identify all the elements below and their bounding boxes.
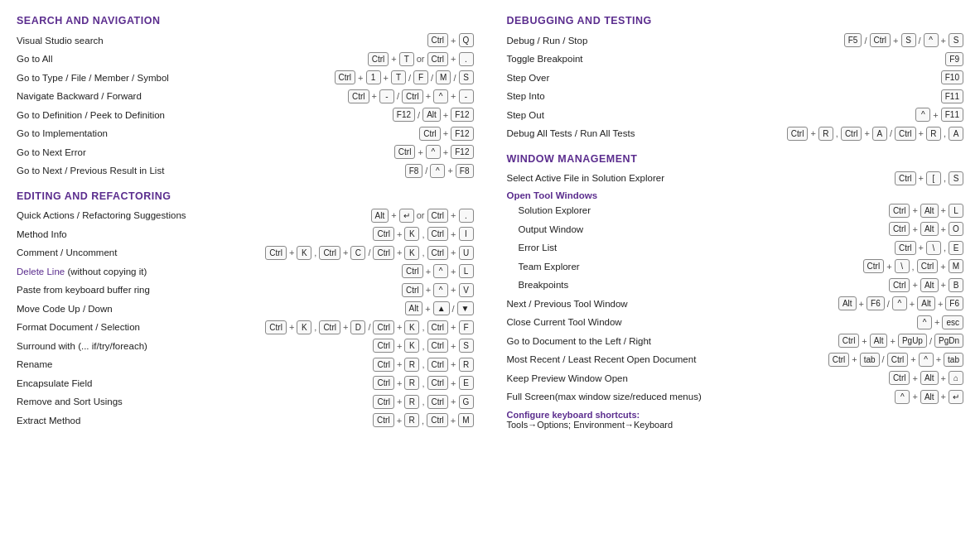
keys-move-code: Alt+▲ / ▼ [113, 301, 474, 315]
keys-select-active-file: Ctrl+[ , S [664, 171, 963, 185]
label-team-explorer: Team Explorer [519, 262, 580, 272]
keys-navigate-bf: Ctrl+- / Ctrl+^+- [142, 89, 474, 103]
row-keep-preview: Keep Preview Window Open Ctrl+Alt+⌂ [507, 370, 964, 386]
keys-goto-type: Ctrl+1+T/F/M/S [169, 70, 474, 84]
row-format: Format Document / Selection Ctrl+K , Ctr… [17, 320, 474, 335]
label-step-out: Step Out [507, 110, 544, 120]
label-error-list: Error List [519, 243, 558, 252]
key-q: Q [459, 33, 474, 47]
keys-breakpoints: Ctrl+Alt+B [568, 278, 963, 292]
row-debug-all-tests: Debug All Tests / Run All Tests Ctrl+R ,… [507, 126, 964, 142]
label-vs-search: Visual Studio search [17, 36, 104, 46]
label-encapsulate: Encapsulate Field [17, 378, 92, 388]
window-management-section: WINDOW MANAGEMENT Select Active File in … [507, 153, 964, 430]
keys-toggle-bp: F9 [583, 52, 963, 66]
left-column: SEARCH AND NAVIGATION Visual Studio sear… [17, 15, 474, 538]
right-column: DEBUGGING AND TESTING Debug / Run / Stop… [507, 15, 964, 538]
label-move-code: Move Code Up / Down [17, 304, 113, 314]
keys-goto-doc-lr: Ctrl+Alt+PgUp / PgDn [651, 334, 963, 348]
configure-text: Tools→Options; Environment→Keyboard [507, 420, 673, 430]
row-breakpoints: Breakpoints Ctrl+Alt+B [507, 277, 964, 293]
row-step-into: Step Into F11 [507, 89, 964, 104]
row-goto-impl: Go to Implementation Ctrl+F12 [17, 126, 474, 142]
key-ctrl: Ctrl [427, 33, 449, 47]
row-output-window: Output Window Ctrl+Alt+O [507, 221, 964, 237]
row-comment: Comment / Uncomment Ctrl+K , Ctrl+C / Ct… [17, 245, 474, 261]
label-goto-all: Go to All [17, 54, 52, 64]
row-goto-nexterr: Go to Next Error Ctrl+^+F12 [17, 144, 474, 160]
label-delete-line: Delete Line (without copying it) [17, 267, 147, 276]
section-title-debug: DEBUGGING AND TESTING [507, 15, 964, 26]
label-quick-actions: Quick Actions / Refactoring Suggestions [17, 210, 186, 220]
row-step-over: Step Over F10 [507, 70, 964, 85]
row-surround: Surround with (... if/try/foreach) Ctrl+… [17, 338, 474, 353]
label-keep-preview: Keep Preview Window Open [507, 373, 628, 383]
row-quick-actions: Quick Actions / Refactoring Suggestions … [17, 208, 474, 224]
label-next-prev-toolwin: Next / Previous Tool Window [507, 299, 628, 309]
row-move-code: Move Code Up / Down Alt+▲ / ▼ [17, 301, 474, 316]
row-extract-method: Extract Method Ctrl+R , Ctrl+M [17, 412, 474, 428]
keys-goto-def: F12 / Alt+F12 [165, 108, 474, 122]
keys-format: Ctrl+K , Ctrl+D / Ctrl+K , Ctrl+F [140, 320, 474, 334]
editing-refactoring-section: EDITING AND REFACTORING Quick Actions / … [17, 190, 474, 429]
row-goto-all: Go to All Ctrl+T or Ctrl+. [17, 51, 474, 67]
keys-output-window: Ctrl+Alt+O [583, 222, 963, 236]
row-vs-search: Visual Studio search Ctrl+Q [17, 32, 474, 48]
keys-vs-search: Ctrl+Q [104, 33, 474, 47]
label-extract-method: Extract Method [17, 416, 80, 426]
keys-method-info: Ctrl+K , Ctrl+I [67, 227, 474, 241]
label-format: Format Document / Selection [17, 322, 140, 332]
label-debug-run-stop: Debug / Run / Stop [507, 36, 588, 46]
keys-rename: Ctrl+R , Ctrl+R [52, 358, 473, 372]
row-next-prev-toolwin: Next / Previous Tool Window Alt+F6 / ^+A… [507, 296, 964, 311]
row-select-active-file: Select Active File in Solution Explorer … [507, 171, 964, 186]
row-paste-buffer: Paste from keyboard buffer ring Ctrl+^+V [17, 282, 474, 298]
keys-goto-result: F8 / ^+F8 [164, 164, 473, 178]
row-navigate-bf: Navigate Backward / Forward Ctrl+- / Ctr… [17, 89, 474, 104]
section-title-editing: EDITING AND REFACTORING [17, 190, 474, 202]
label-step-into: Step Into [507, 91, 545, 101]
label-navigate-bf: Navigate Backward / Forward [17, 91, 142, 101]
label-paste-buffer: Paste from keyboard buffer ring [17, 285, 150, 295]
label-goto-doc-lr: Go to Document to the Left / Right [507, 336, 652, 346]
keys-goto-all: Ctrl+T or Ctrl+. [52, 52, 473, 66]
label-select-active-file: Select Active File in Solution Explorer [507, 173, 664, 183]
row-delete-line: Delete Line (without copying it) Ctrl+^+… [17, 263, 474, 279]
keys-surround: Ctrl+K , Ctrl+S [147, 339, 474, 353]
row-goto-result: Go to Next / Previous Result in List F8 … [17, 163, 474, 179]
label-most-recent-doc: Most Recent / Least Recent Open Document [507, 354, 697, 364]
configure-note: Configure keyboard shortcuts: Tools→Opti… [507, 410, 964, 430]
keys-goto-impl: Ctrl+F12 [108, 127, 474, 141]
keys-step-over: F10 [549, 70, 963, 84]
subsection-title-open-tools: Open Tool Windows [507, 190, 964, 200]
label-rename: Rename [17, 359, 52, 369]
keys-step-out: ^+F11 [544, 108, 963, 122]
section-title-search: SEARCH AND NAVIGATION [17, 15, 474, 26]
search-navigation-section: SEARCH AND NAVIGATION Visual Studio sear… [17, 15, 474, 179]
label-toggle-bp: Toggle Breakpoint [507, 54, 583, 64]
keys-step-into: F11 [545, 89, 963, 103]
row-fullscreen: Full Screen(max window size/reduced menu… [507, 389, 964, 405]
row-rename: Rename Ctrl+R , Ctrl+R [17, 357, 474, 373]
keys-solution-explorer: Ctrl+Alt+L [591, 204, 963, 218]
row-close-toolwin: Close Current Tool Window ^+esc [507, 315, 964, 330]
label-solution-explorer: Solution Explorer [519, 205, 591, 215]
keys-delete-line: Ctrl+^+L [147, 264, 473, 278]
label-comment: Comment / Uncomment [17, 248, 117, 257]
keys-quick-actions: Alt+↵ or Ctrl+. [186, 209, 474, 223]
label-remove-usings: Remove and Sort Usings [17, 397, 123, 406]
row-most-recent-doc: Most Recent / Least Recent Open Document… [507, 352, 964, 368]
label-goto-def: Go to Definition / Peek to Definition [17, 110, 165, 120]
row-goto-type: Go to Type / File / Member / Symbol Ctrl… [17, 70, 474, 85]
keys-team-explorer: Ctrl+\ , Ctrl+M [580, 259, 963, 273]
label-step-over: Step Over [507, 73, 550, 83]
keys-extract-method: Ctrl+R , Ctrl+M [80, 413, 473, 427]
keys-debug-run-stop: F5 / Ctrl+S / ^+S [587, 33, 963, 47]
row-remove-usings: Remove and Sort Usings Ctrl+R , Ctrl+G [17, 394, 474, 410]
section-title-window: WINDOW MANAGEMENT [507, 153, 964, 165]
keys-remove-usings: Ctrl+R , Ctrl+G [123, 395, 474, 409]
label-surround: Surround with (... if/try/foreach) [17, 341, 147, 351]
row-team-explorer: Team Explorer Ctrl+\ , Ctrl+M [507, 258, 964, 274]
keys-debug-all-tests: Ctrl+R , Ctrl+A / Ctrl+R , A [635, 127, 963, 141]
row-goto-def: Go to Definition / Peek to Definition F1… [17, 107, 474, 123]
